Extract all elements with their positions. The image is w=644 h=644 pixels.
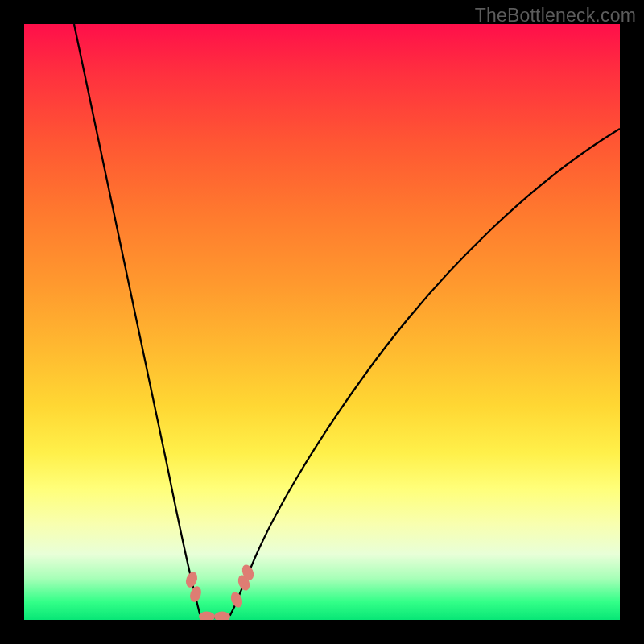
- data-marker: [184, 570, 199, 588]
- data-marker: [188, 584, 204, 603]
- curve-left: [74, 24, 213, 617]
- chart-plot-area: [24, 24, 620, 620]
- data-marker: [199, 612, 215, 621]
- marker-group: [184, 563, 256, 620]
- curve-right: [214, 129, 620, 617]
- chart-svg: [24, 24, 620, 620]
- watermark-text: TheBottleneck.com: [475, 5, 636, 27]
- data-marker: [229, 590, 245, 609]
- data-marker: [214, 612, 230, 621]
